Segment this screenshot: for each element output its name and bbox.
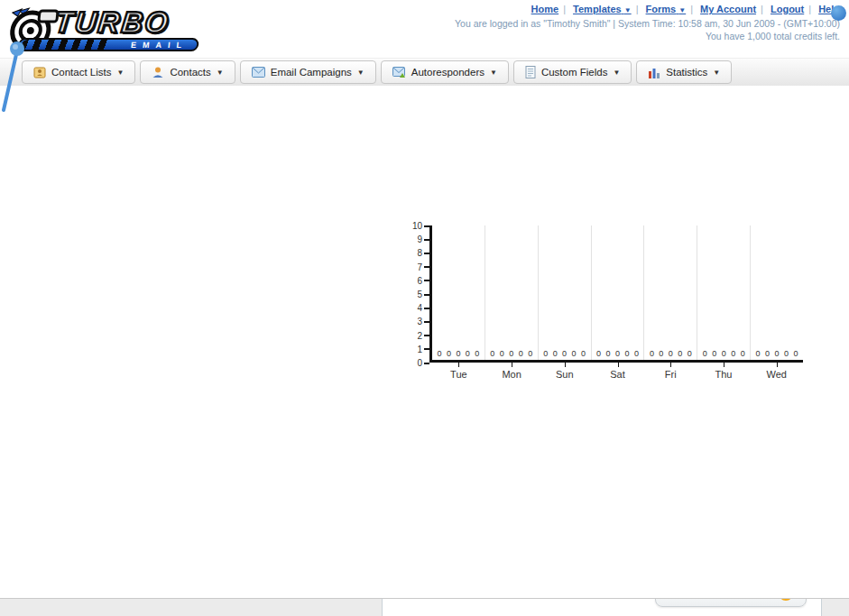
data-value-label: 0 [528,349,532,358]
nav-tab-statistics[interactable]: Statistics▼ [636,60,732,84]
chevron-down-icon: ▼ [357,69,365,77]
chevron-down-icon: ▼ [624,6,632,14]
data-value-label: 0 [741,349,745,358]
chart-group: 00000 [539,225,592,360]
logo-wordmark: TURBO [53,5,171,40]
data-value-label: 0 [659,349,663,358]
top-link-templates[interactable]: Templates ▼ [573,4,632,14]
data-value-label: 0 [572,349,577,358]
address-book-icon [33,66,46,78]
data-value-label: 0 [466,349,470,358]
system-time-text: You are logged in as "Timothy Smith" | S… [455,18,840,29]
x-axis-label: Fri [644,363,697,380]
data-value-label: 0 [615,349,620,358]
data-value-label: 0 [669,349,673,358]
chevron-down-icon: ▼ [490,69,497,77]
person-icon [152,66,164,78]
top-link-forms[interactable]: Forms ▼ [646,4,687,14]
data-value-label: 0 [624,349,629,358]
nav-tab-contacts[interactable]: Contacts▼ [140,60,235,84]
x-axis-label: Sun [538,363,591,380]
data-value-label: 0 [581,349,586,358]
logo-stripes [22,40,108,50]
logo-needle-icon [0,40,29,112]
data-value-label: 0 [490,349,494,358]
data-value-label: 0 [712,349,716,358]
nav-tab-autoresponders[interactable]: Autoresponders▼ [381,60,509,84]
plot-area: 00000000000000000000000000000000000 [429,225,803,363]
nav-tab-contact-lists[interactable]: Contact Lists▼ [22,60,135,84]
chevron-down-icon: ▼ [713,69,720,77]
data-value-label: 0 [456,349,460,358]
envelope-arrow-icon [392,67,406,78]
data-value-label: 0 [519,349,523,358]
data-value-label: 0 [678,349,682,358]
data-value-label: 0 [722,349,726,358]
top-links: Home| Templates ▼| Forms ▼| My Account| … [455,4,840,14]
data-value-label: 0 [765,349,770,358]
data-value-label: 0 [793,349,798,358]
x-axis-label: Tue [432,363,485,380]
main-navbar: Contact Lists▼ Contacts▼ Email Campaigns… [0,58,849,86]
header: TURBO EMAIL Home| Templates ▼| Forms ▼| … [0,0,849,58]
nav-tab-email-campaigns[interactable]: Email Campaigns▼ [240,60,376,84]
x-axis-label: Wed [750,363,803,380]
data-value-label: 0 [606,349,611,358]
data-value-label: 0 [650,349,654,358]
x-axis-label: Mon [485,363,539,380]
data-value-label: 0 [731,349,735,358]
credits-text: You have 1,000 total credits left. [455,31,840,41]
data-value-label: 0 [596,349,601,358]
x-axis-label: Sat [591,363,644,380]
document-icon [525,66,536,78]
chevron-down-icon: ▼ [613,69,620,77]
data-value-label: 0 [437,349,441,358]
x-axis-labels: TueMonSunSatFriThuWed [432,363,803,380]
data-value-label: 0 [784,349,789,358]
chart-group: 00000 [485,225,539,360]
chevron-down-icon: ▼ [217,69,224,77]
turbo-email-logo: TURBO EMAIL [5,5,226,52]
nav-tab-custom-fields[interactable]: Custom Fields▼ [513,60,632,84]
data-value-label: 0 [688,349,692,358]
chart-group: 00000 [751,225,803,360]
bar-chart-icon [648,67,660,78]
data-value-label: 0 [475,349,479,358]
data-value-label: 0 [562,349,567,358]
data-value-label: 0 [543,349,548,358]
y-axis: 109876543210 [401,225,429,363]
data-value-label: 0 [500,349,504,358]
data-value-label: 0 [447,349,451,358]
chart-group: 00000 [644,225,697,360]
top-link-logout[interactable]: Logout [771,4,804,14]
data-value-label: 0 [553,349,558,358]
chevron-down-icon: ▼ [116,69,124,77]
top-link-my-account[interactable]: My Account [700,4,756,14]
top-utility-nav: Home| Templates ▼| Forms ▼| My Account| … [455,4,840,41]
chart-group: 00000 [432,225,485,360]
data-value-label: 0 [756,349,761,358]
data-value-label: 0 [634,349,639,358]
chart-group: 00000 [592,225,645,360]
app-window: TURBO EMAIL Home| Templates ▼| Forms ▼| … [0,0,849,616]
help-bubble-icon[interactable] [831,5,846,21]
chart-group: 00000 [697,225,751,360]
data-value-label: 0 [703,349,707,358]
top-link-home[interactable]: Home [531,4,559,14]
logo-email-banner: EMAIL [17,38,199,51]
data-value-label: 0 [775,349,780,358]
chevron-down-icon: ▼ [678,6,686,14]
envelope-icon [252,67,265,78]
x-axis-label: Thu [697,363,751,380]
data-value-label: 0 [509,349,513,358]
